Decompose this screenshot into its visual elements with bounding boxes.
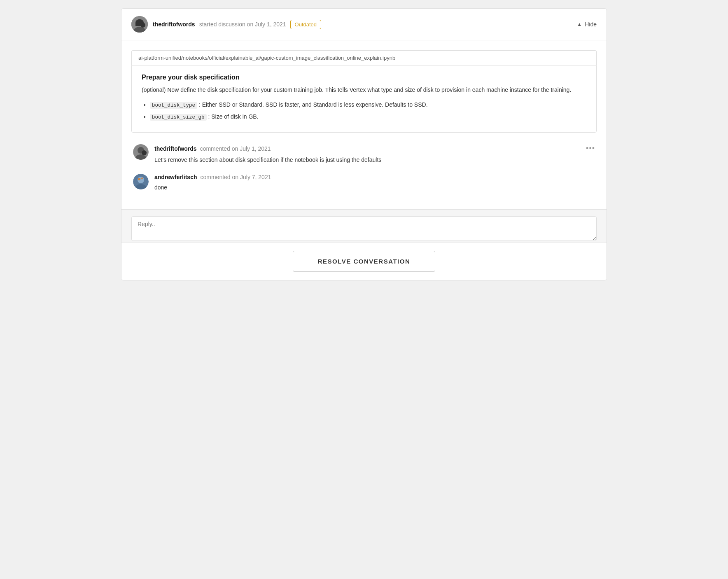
content-paragraph: (optional) Now define the disk specifica… — [142, 85, 586, 94]
code-boot-disk-size: boot_disk_size_gb — [150, 114, 207, 121]
resolve-section: RESOLVE CONVERSATION — [121, 242, 607, 280]
comment-text-1: Let's remove this section about disk spe… — [154, 155, 595, 164]
svg-point-1 — [136, 19, 143, 26]
hide-label: Hide — [585, 21, 597, 28]
comment-options-button-1[interactable]: ••• — [586, 144, 595, 153]
filepath-box: ai-platform-unified/notebooks/official/e… — [131, 50, 597, 65]
comment-body-1: thedriftofwords commented on July 1, 202… — [154, 144, 595, 164]
outdated-badge: Outdated — [290, 20, 322, 29]
comment-username-1: thedriftofwords — [154, 145, 197, 152]
header-meta: thedriftofwords started discussion on Ju… — [153, 20, 572, 29]
svg-point-7 — [142, 150, 147, 155]
conversation-card: thedriftofwords started discussion on Ju… — [121, 8, 607, 280]
main-content: ai-platform-unified/notebooks/official/e… — [121, 40, 607, 209]
comment-2: andrewferlitsch commented on July 7, 202… — [131, 174, 597, 192]
reply-input[interactable] — [131, 216, 597, 241]
svg-point-12 — [141, 177, 143, 179]
comment-username-2: andrewferlitsch — [154, 174, 197, 180]
avatar — [131, 16, 148, 33]
svg-point-3 — [140, 23, 145, 28]
comment-header-2: andrewferlitsch commented on July 7, 202… — [154, 174, 595, 180]
header-meta-text: started discussion on July 1, 2021 — [199, 21, 286, 28]
content-title: Prepare your disk specification — [142, 74, 586, 81]
comment-meta-1: commented on July 1, 2021 — [200, 145, 271, 152]
comment-text-2: done — [154, 183, 595, 192]
list-item: boot_disk_size_gb : Size of disk in GB. — [150, 112, 586, 121]
reply-section — [121, 209, 607, 242]
conversation-header: thedriftofwords started discussion on Ju… — [121, 9, 607, 40]
list-item-text-1: : Either SSD or Standard. SSD is faster,… — [199, 101, 428, 108]
list-item-text-2: : Size of disk in GB. — [208, 113, 258, 120]
list-item: boot_disk_type : Either SSD or Standard.… — [150, 100, 586, 110]
comment-meta-2: commented on July 7, 2021 — [200, 174, 271, 180]
comment-1: thedriftofwords commented on July 1, 202… — [131, 144, 597, 164]
content-block: Prepare your disk specification (optiona… — [131, 65, 597, 133]
avatar-andrewferlitsch — [133, 174, 149, 189]
resolve-conversation-button[interactable]: RESOLVE CONVERSATION — [293, 251, 435, 272]
hide-button[interactable]: ▲ Hide — [577, 21, 597, 28]
content-list: boot_disk_type : Either SSD or Standard.… — [142, 100, 586, 121]
comment-header-1: thedriftofwords commented on July 1, 202… — [154, 144, 595, 153]
svg-point-11 — [138, 178, 140, 180]
header-username: thedriftofwords — [153, 21, 195, 28]
code-boot-disk-type: boot_disk_type — [150, 102, 197, 109]
chevron-up-icon: ▲ — [577, 21, 582, 27]
avatar-thedriftofwords — [133, 144, 149, 160]
filepath-text: ai-platform-unified/notebooks/official/e… — [138, 55, 395, 61]
comment-body-2: andrewferlitsch commented on July 7, 202… — [154, 174, 595, 192]
